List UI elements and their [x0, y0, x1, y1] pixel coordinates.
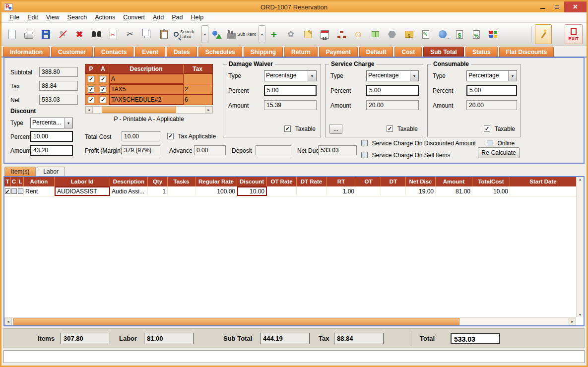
- menu-convert[interactable]: Convert: [119, 13, 149, 22]
- tax-table-hscrollbar[interactable]: ◄ ►: [85, 106, 213, 114]
- exit-button[interactable]: EXIT: [565, 24, 583, 44]
- cell-ot[interactable]: [356, 186, 381, 196]
- cell-dt[interactable]: [381, 186, 406, 196]
- discount-type-dropdown[interactable]: Percenta...: [30, 118, 73, 128]
- sc-percent-input[interactable]: 5.00: [366, 85, 419, 96]
- save-button[interactable]: [37, 24, 54, 44]
- tax-value-cell[interactable]: [184, 74, 210, 84]
- magic-wand-button[interactable]: [535, 24, 552, 44]
- t-checkbox[interactable]: [5, 188, 10, 194]
- tab-event[interactable]: Event: [135, 47, 165, 57]
- scrollbar-thumb[interactable]: [102, 107, 176, 113]
- discount-amount-input[interactable]: 43.20: [30, 145, 73, 156]
- sc-taxable-checkbox[interactable]: [387, 125, 393, 132]
- tab-shipping[interactable]: Shipping: [244, 47, 283, 57]
- cell-ot-rate[interactable]: [267, 186, 297, 196]
- chevron-down-icon[interactable]: [508, 71, 517, 81]
- chevron-down-icon[interactable]: [308, 71, 316, 81]
- printable-checkbox[interactable]: [88, 86, 94, 93]
- menu-add[interactable]: Add: [149, 13, 168, 22]
- tab-dates[interactable]: Dates: [167, 47, 197, 57]
- tab-items[interactable]: Item(s): [4, 167, 36, 176]
- tab-status[interactable]: Status: [465, 47, 498, 57]
- money-document-button[interactable]: [400, 24, 417, 44]
- copy-button[interactable]: [138, 24, 155, 44]
- tab-default[interactable]: Default: [359, 47, 393, 57]
- recalculate-button[interactable]: Re-Calculate: [478, 147, 520, 158]
- tax-description-cell[interactable]: A: [109, 74, 184, 84]
- hexagon-button[interactable]: [384, 24, 400, 44]
- cut-page-button[interactable]: [105, 24, 122, 44]
- menu-actions[interactable]: Actions: [91, 13, 119, 22]
- delete-button[interactable]: [71, 24, 88, 44]
- cell-rt[interactable]: 1.00: [327, 186, 356, 196]
- labor-grid-hscrollbar[interactable]: ◄ ►: [4, 317, 576, 325]
- cell-tasks[interactable]: [168, 186, 196, 196]
- discount-percent-input[interactable]: 10.00: [30, 131, 73, 142]
- tab-return[interactable]: Return: [284, 47, 318, 57]
- tab-information[interactable]: Information: [3, 47, 50, 57]
- menu-pad[interactable]: Pad: [168, 13, 187, 22]
- tab-contacts[interactable]: Contacts: [94, 47, 133, 57]
- org-chart-button[interactable]: [333, 24, 350, 44]
- sc-type-dropdown[interactable]: Percentage: [366, 70, 419, 81]
- cell-regular-rate[interactable]: 100.00: [196, 186, 237, 196]
- calendar-button[interactable]: 12: [316, 24, 333, 44]
- flower-button[interactable]: [282, 24, 299, 44]
- edit-note-button[interactable]: [299, 24, 316, 44]
- applicable-checkbox[interactable]: [100, 86, 106, 93]
- add-button[interactable]: [265, 24, 282, 44]
- sc-sell-checkbox[interactable]: [361, 152, 368, 158]
- cell-start-date[interactable]: [510, 186, 576, 196]
- tab-payment[interactable]: Payment: [319, 47, 358, 57]
- paste-button[interactable]: [155, 24, 172, 44]
- cell-description[interactable]: Audio Assi...: [110, 186, 148, 196]
- dollar-document-button[interactable]: [451, 24, 468, 44]
- tax-row[interactable]: TAXSCHEDULE#2 6: [85, 95, 213, 105]
- printable-checkbox[interactable]: [88, 97, 94, 103]
- cons-percent-input[interactable]: 5.00: [466, 85, 517, 96]
- cell-labor-id[interactable]: AUDIOASSIST: [55, 186, 110, 196]
- applicable-checkbox[interactable]: [100, 97, 106, 103]
- dw-taxable-checkbox[interactable]: [284, 125, 291, 132]
- scroll-right-icon[interactable]: ►: [569, 318, 576, 325]
- menu-edit[interactable]: Edit: [23, 13, 42, 22]
- tab-schedules[interactable]: Schedules: [198, 47, 242, 57]
- labor-grid-vscrollbar[interactable]: ▲▼: [576, 177, 584, 317]
- tax-description-cell[interactable]: TAXSCHEDULE#2: [109, 95, 184, 105]
- menu-search[interactable]: Search: [64, 13, 91, 22]
- scrollbar-thumb[interactable]: [13, 318, 459, 325]
- applicable-checkbox[interactable]: [100, 76, 106, 82]
- scroll-up-icon[interactable]: ▲: [579, 178, 582, 181]
- percent-document-button[interactable]: [468, 24, 485, 44]
- tax-value-cell[interactable]: 6: [184, 95, 210, 105]
- cell-qty[interactable]: 1: [148, 186, 168, 196]
- dw-percent-input[interactable]: 5.00: [264, 85, 317, 96]
- cell-net-disc[interactable]: 19.00: [406, 186, 436, 196]
- no-edit-button[interactable]: [54, 24, 71, 44]
- menu-help[interactable]: Help: [187, 13, 208, 22]
- cell-action[interactable]: Rent: [24, 186, 55, 196]
- new-document-button[interactable]: [3, 24, 20, 44]
- printable-checkbox[interactable]: [88, 76, 94, 82]
- tax-value-cell[interactable]: 2: [184, 84, 210, 94]
- find-button[interactable]: [88, 24, 105, 44]
- tab-customer[interactable]: Customer: [51, 47, 93, 57]
- sc-discounted-checkbox[interactable]: [361, 140, 368, 146]
- tab-sub-total[interactable]: Sub Total: [423, 47, 464, 57]
- menu-file[interactable]: File: [5, 13, 23, 22]
- sub-rent-dropdown[interactable]: [259, 25, 265, 43]
- scroll-left-icon[interactable]: ◄: [85, 107, 93, 113]
- chart-button[interactable]: [485, 24, 502, 44]
- edit-document-button[interactable]: [417, 24, 434, 44]
- sub-rent-button[interactable]: Sub Rent: [225, 24, 259, 44]
- shapes-button[interactable]: [208, 24, 225, 44]
- tab-cost[interactable]: Cost: [394, 47, 422, 57]
- cut-button[interactable]: [122, 24, 138, 44]
- labor-row[interactable]: Rent AUDIOASSIST Audio Assi... 1 100.00 …: [4, 186, 576, 196]
- menu-view[interactable]: View: [42, 13, 64, 22]
- online-checkbox[interactable]: [487, 140, 493, 146]
- cons-taxable-checkbox[interactable]: [484, 125, 490, 132]
- cell-total-cost[interactable]: 10.00: [472, 186, 510, 196]
- search-labor-dropdown[interactable]: [201, 25, 208, 43]
